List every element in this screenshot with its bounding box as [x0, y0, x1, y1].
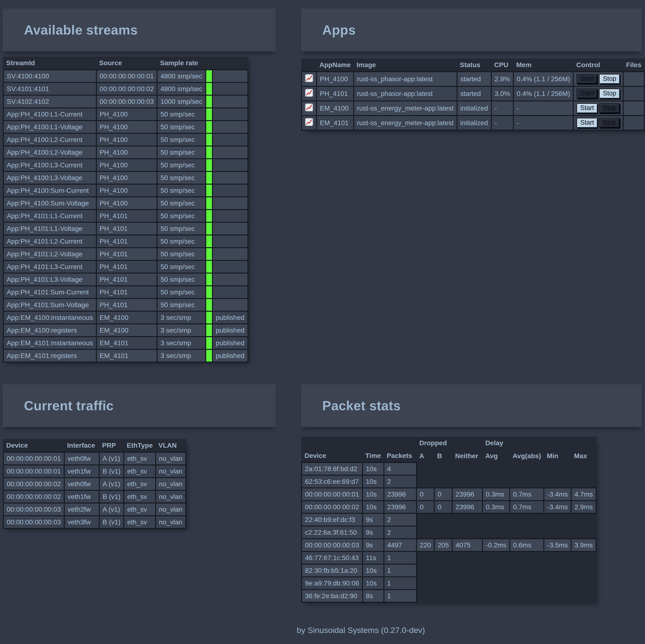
cell-time: 9s [363, 513, 384, 526]
stream-row: SV:4101:410100:00:00:00:00:024800 smp/se… [3, 82, 248, 95]
cell-source: PH_4101 [96, 235, 157, 248]
cell-files [623, 86, 644, 101]
cell-packets: 1 [384, 552, 417, 564]
stream-active-indicator [206, 260, 212, 273]
start-button[interactable]: Start [577, 103, 598, 113]
cell-files [623, 72, 644, 86]
cell-ethtype: eth_sv [124, 478, 155, 490]
cell-delay-max: 3.9ms [571, 539, 596, 552]
stream-row: App:PH_4100:L1-VoltagePH_410050 smp/sec [3, 121, 248, 133]
cell-device: 00:00:00:00:00:03 [3, 516, 64, 528]
cell-sample-rate: 50 smp/sec [157, 133, 206, 146]
start-button[interactable]: Start [577, 89, 598, 98]
traffic-row: 00:00:00:00:00:01veth0fwA (v1)eth_svno_v… [3, 452, 186, 465]
cell-streamid: App:PH_4100:L1-Current [3, 108, 96, 121]
cell-cpu: - [491, 116, 513, 130]
cell-source: 00:00:00:00:00:03 [96, 95, 157, 108]
packets-col-delay-min: Min [544, 449, 571, 462]
cell-streamid: App:EM_4101:instantaneous [3, 337, 96, 349]
stream-active-indicator [206, 210, 212, 222]
cell-streamid: App:PH_4100:L2-Current [3, 133, 96, 146]
apps-col-appname: AppName [316, 58, 354, 72]
cell-streamid: SV:4102:4102 [3, 95, 96, 108]
cell-source: PH_4101 [96, 260, 157, 273]
cell-delay-min: -3.4ms [544, 488, 571, 501]
cell-packets: 2 [384, 513, 417, 526]
cell-source: PH_4101 [96, 273, 157, 286]
cell-appname: EM_4100 [316, 101, 354, 116]
cell-ethtype: eth_sv [124, 452, 155, 465]
cell-streamid: App:PH_4100:L1-Voltage [3, 121, 96, 133]
stop-button[interactable]: Stop [599, 103, 620, 113]
cell-sample-rate: 3 sec/smp [157, 324, 206, 337]
cell-sample-rate: 50 smp/sec [157, 273, 206, 286]
cell-source: 00:00:00:00:00:01 [96, 70, 157, 82]
stop-button[interactable]: Stop [599, 118, 620, 128]
packet-row: 62:53:c6:ee:69:d710s2 [302, 475, 596, 488]
cell-dropped-a: 220 [417, 539, 434, 552]
packet-row: 2a:01:78:6f:bd:d210s4 [302, 462, 596, 475]
stream-row: App:PH_4100:Sum-CurrentPH_410050 smp/sec [3, 184, 248, 197]
cell-sample-rate: 1000 smp/sec [157, 95, 206, 108]
cell-control: StartStop [573, 116, 623, 130]
cell-delay-min: -3.4ms [544, 501, 571, 513]
stream-active-indicator [206, 222, 212, 235]
cell-status: started [457, 72, 491, 86]
stream-row: SV:4100:410000:00:00:00:00:014800 smp/se… [3, 70, 248, 82]
packets-col-dropped-a: A [417, 449, 434, 462]
cell-sample-rate: 3 sec/smp [157, 311, 206, 324]
packet-stats-title: Packet stats [322, 398, 401, 413]
cell-packets: 4497 [384, 539, 417, 552]
traffic-row: 00:00:00:00:00:03veth2fwA (v1)eth_svno_v… [3, 503, 186, 516]
cell-time: 10s [363, 501, 384, 513]
cell-prp: A (v1) [99, 503, 124, 516]
cell-delay-max: 4.7ms [571, 488, 596, 501]
stream-active-indicator [206, 108, 212, 121]
packet-row: 00:00:00:00:00:039s44972202054075-0.2ms0… [302, 539, 596, 552]
chart-increasing-icon [305, 118, 313, 126]
start-button[interactable]: Start [577, 74, 598, 84]
cell-streamid: SV:4100:4100 [3, 70, 96, 82]
traffic-col-interface: Interface [64, 439, 99, 452]
stream-active-indicator [206, 70, 212, 82]
cell-published-status [212, 248, 248, 260]
apps-title: Apps [322, 22, 356, 38]
cell-sample-rate: 50 smp/sec [157, 159, 206, 171]
cell-control: StartStop [573, 101, 623, 116]
cell-device: 36:fe:2e:ba:d2:90 [302, 590, 363, 602]
app-row: PH_4101rust-ss_phasor-app:lateststarted3… [302, 86, 645, 101]
cell-published-status [212, 197, 248, 210]
cell-mem: 0.4% (1.1 / 256M) [513, 72, 574, 86]
dashboard-grid: Available streams StreamId Source Sample… [0, 0, 645, 603]
apps-header-row: AppName Image Status CPU Mem Control Fil… [302, 58, 645, 72]
stream-active-indicator [206, 184, 212, 197]
stop-button[interactable]: Stop [599, 74, 620, 84]
cell-dropped-b: 0 [434, 501, 452, 513]
cell-published-status: published [212, 337, 248, 349]
stream-row: App:PH_4100:L1-CurrentPH_410050 smp/sec [3, 108, 248, 121]
cell-status: initialized [457, 116, 491, 130]
packets-header-row: Device Time Packets A B Neither Avg Avg(… [302, 449, 596, 462]
current-traffic-header: Current traffic [3, 384, 276, 427]
streams-header-row: StreamId Source Sample rate [3, 56, 248, 70]
cell-time: 10s [363, 488, 384, 501]
cell-device: c2:22:6a:3f:61:50 [302, 526, 363, 539]
cell-published-status [212, 146, 248, 159]
cell-source: PH_4100 [96, 159, 157, 171]
traffic-row: 00:00:00:00:00:03veth3fwB (v1)eth_svno_v… [3, 516, 186, 528]
traffic-col-vlan: VLAN [156, 439, 186, 452]
streams-col-published [212, 56, 248, 70]
stream-active-indicator [206, 121, 212, 133]
start-button[interactable]: Start [577, 118, 598, 128]
stream-row: App:PH_4101:L1-VoltagePH_410150 smp/sec [3, 222, 248, 235]
cell-time: 11s [363, 552, 384, 564]
cell-published-status [212, 159, 248, 171]
cell-dropped-neither: 23996 [452, 488, 482, 501]
cell-time: 10s [363, 577, 384, 590]
cell-mem: - [513, 101, 574, 116]
stop-button[interactable]: Stop [599, 89, 620, 98]
cell-image: rust-ss_phasor-app:latest [354, 72, 457, 86]
cell-interface: veth1fw [64, 465, 99, 478]
cell-appname: PH_4100 [316, 72, 354, 86]
apps-col-image: Image [354, 58, 457, 72]
